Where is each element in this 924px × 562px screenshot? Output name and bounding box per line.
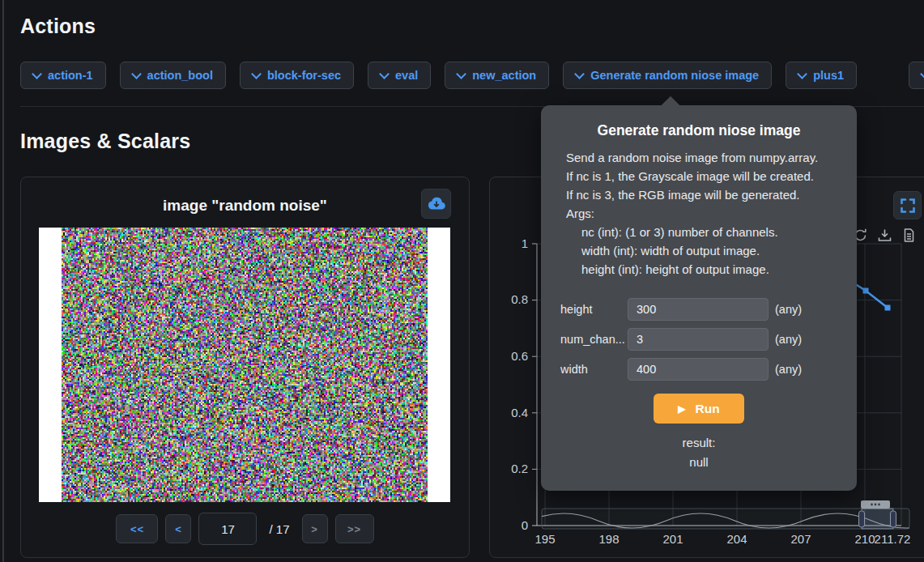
action-button-partial[interactable]: [909, 62, 924, 89]
run-button[interactable]: ▶ Run: [654, 394, 744, 424]
description-line: width (int): width of output image.: [566, 241, 842, 260]
next-page-button[interactable]: >: [302, 514, 328, 543]
left-border-line: [2, 0, 4, 562]
action-button-label: Generate random niose image: [590, 69, 759, 82]
action-button-label: new_action: [472, 69, 536, 82]
last-page-button[interactable]: >>: [335, 514, 374, 543]
datazoom-slider[interactable]: [530, 500, 924, 529]
action-button-new-action[interactable]: new_action: [445, 62, 549, 89]
slider-left-handle[interactable]: [859, 511, 865, 527]
chevron-down-icon: [920, 69, 924, 79]
svg-text:207: 207: [790, 532, 811, 546]
field-row-height: height (any): [560, 298, 841, 320]
svg-text:210: 210: [854, 532, 875, 546]
action-button-label: eval: [395, 69, 418, 82]
action-button-label: plus1: [813, 69, 844, 82]
action-button-eval[interactable]: eval: [368, 62, 431, 89]
chevron-down-icon: [456, 69, 466, 79]
app-root: Actions action-1 action_bool block-for-s…: [0, 0, 924, 562]
image-card-title: image "random noise": [21, 197, 469, 215]
chevron-down-icon: [251, 69, 262, 79]
num-channels-field[interactable]: [628, 328, 769, 351]
cloud-download-icon: [428, 196, 445, 211]
svg-text:0: 0: [522, 518, 528, 532]
x-axis-tick-labels: 195 198 201 204 207 210 211.72: [534, 532, 910, 546]
svg-text:201: 201: [662, 532, 683, 546]
data-point-marker[interactable]: [885, 305, 891, 311]
actions-heading: Actions: [20, 15, 96, 38]
popup-fields: height (any) num_chan... (any) width (an…: [541, 298, 857, 380]
svg-text:195: 195: [534, 532, 555, 546]
field-type-hint: (any): [775, 363, 802, 376]
fullscreen-icon: [901, 198, 915, 213]
action-button-label: block-for-sec: [267, 69, 341, 82]
action-button-block-for-sec[interactable]: block-for-sec: [240, 62, 354, 89]
action-popup-generate-random-niose-image: Generate random niose image Send a rando…: [541, 105, 857, 491]
action-button-plus1[interactable]: plus1: [786, 62, 857, 89]
description-line: height (int): height of output image.: [566, 260, 842, 279]
slider-move-grip[interactable]: [861, 500, 890, 509]
field-label: width: [560, 363, 628, 376]
popup-arrow: [662, 96, 680, 115]
action-button-action-bool[interactable]: action_bool: [120, 62, 226, 89]
slider-selection-window[interactable]: [862, 509, 893, 529]
page-number-input[interactable]: [198, 513, 257, 545]
description-line: Args:: [566, 204, 842, 223]
play-icon: ▶: [678, 403, 685, 415]
field-row-width: width (any): [560, 358, 841, 380]
width-field[interactable]: [628, 358, 769, 381]
action-button-generate-random-niose-image[interactable]: Generate random niose image: [563, 62, 772, 89]
svg-text:204: 204: [726, 532, 747, 546]
description-line: If nc is 3, the RGB image will be genera…: [566, 185, 842, 204]
svg-text:0.8: 0.8: [511, 292, 528, 306]
field-label: num_chan...: [560, 333, 628, 346]
field-type-hint: (any): [775, 333, 802, 346]
image-card: image "random noise" << < / 17 > >>: [20, 177, 470, 558]
svg-text:0.4: 0.4: [511, 406, 528, 419]
result-block: result: null: [541, 433, 857, 472]
figure-background: [39, 228, 450, 502]
fullscreen-button[interactable]: [893, 191, 922, 219]
height-field[interactable]: [628, 298, 769, 321]
save-image-icon[interactable]: [877, 228, 892, 243]
chart-toolbox: [853, 228, 917, 243]
popup-title: Generate random niose image: [541, 122, 857, 139]
field-row-num-channels: num_chan... (any): [560, 328, 841, 350]
image-pagination: << < / 17 > >>: [21, 513, 469, 545]
action-button-label: action-1: [48, 69, 93, 82]
chevron-down-icon: [131, 69, 142, 79]
field-label: height: [560, 303, 628, 316]
description-line: nc (int): (1 or 3) number of channels.: [566, 223, 842, 241]
description-line: If nc is 1, the Grayscale image will be …: [566, 167, 842, 185]
svg-text:0.2: 0.2: [511, 462, 528, 475]
cloud-download-button[interactable]: [421, 189, 451, 219]
slider-right-handle[interactable]: [891, 511, 896, 527]
prev-page-button[interactable]: <: [165, 514, 191, 543]
svg-text:198: 198: [598, 532, 619, 546]
page-total-label: / 17: [269, 522, 289, 536]
action-button-label: action_bool: [147, 69, 213, 82]
chevron-down-icon: [32, 69, 42, 79]
data-point-marker[interactable]: [863, 288, 869, 294]
chevron-down-icon: [574, 69, 585, 79]
result-value: null: [541, 453, 857, 472]
chevron-down-icon: [797, 69, 807, 79]
slider-track[interactable]: [542, 509, 909, 529]
svg-text:1: 1: [522, 236, 528, 250]
svg-text:211.72: 211.72: [875, 532, 911, 546]
run-button-label: Run: [696, 402, 720, 416]
popup-description: Send a random noise image from numpy.arr…: [566, 148, 842, 279]
data-view-icon[interactable]: [901, 228, 917, 243]
field-type-hint: (any): [775, 303, 802, 316]
description-line: Send a random noise image from numpy.arr…: [566, 148, 842, 167]
action-button-action-1[interactable]: action-1: [20, 62, 106, 89]
result-label: result:: [541, 433, 857, 453]
noise-image: [62, 228, 428, 502]
y-axis-tick-labels: 1 0.8 0.6 0.4 0.2 0: [511, 236, 528, 532]
actions-toolbar: action-1 action_bool block-for-sec eval …: [20, 62, 857, 89]
svg-text:0.6: 0.6: [511, 349, 528, 363]
chevron-down-icon: [379, 69, 390, 79]
first-page-button[interactable]: <<: [116, 514, 158, 543]
images-scalars-heading: Images & Scalars: [20, 130, 190, 153]
